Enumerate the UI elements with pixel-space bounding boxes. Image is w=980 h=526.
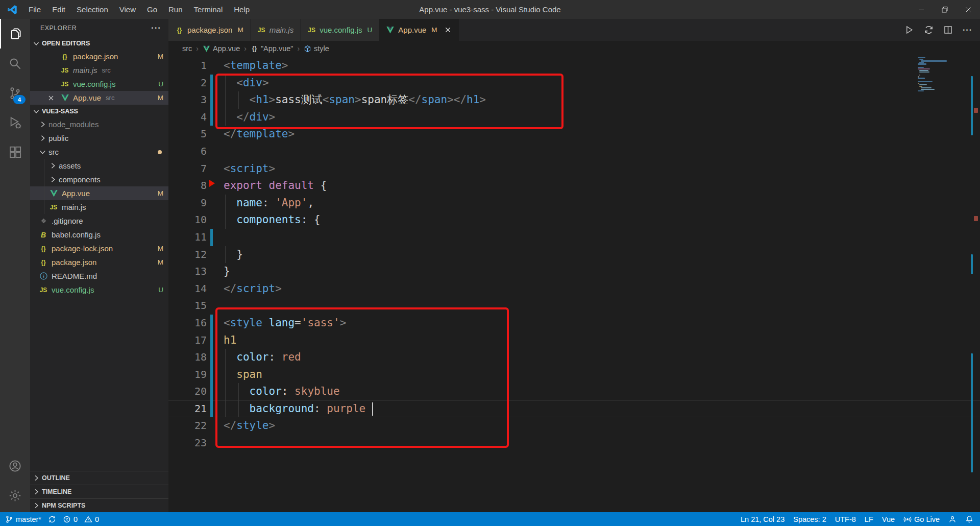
code-line-8[interactable]: 8export default { xyxy=(168,177,980,195)
file-vue-config-js[interactable]: JSvue.config.jsU xyxy=(30,283,168,297)
code-editor[interactable]: 1<template>2 <div>3 <h1>sass测试<span>span… xyxy=(168,56,980,512)
close-icon[interactable] xyxy=(47,94,55,102)
tab-label: package.json xyxy=(187,26,232,34)
activity-search[interactable] xyxy=(0,49,30,78)
status-label: Spaces: 2 xyxy=(793,515,826,523)
code-line-9[interactable]: 9 name: 'App', xyxy=(168,195,980,212)
code-line-22[interactable]: 22</style> xyxy=(168,417,980,435)
file-app-vue[interactable]: App.vueM xyxy=(30,186,168,200)
menu-file[interactable]: File xyxy=(23,0,46,19)
code-line-6[interactable]: 6 xyxy=(168,143,980,160)
vue-icon xyxy=(386,26,395,34)
status-encoding[interactable]: UTF-8 xyxy=(835,515,856,523)
minimize-button[interactable] xyxy=(910,0,933,19)
file-label: assets xyxy=(59,161,81,170)
split-editor-button[interactable] xyxy=(943,25,953,35)
breadcrumb-item-src[interactable]: src xyxy=(182,44,192,53)
status-label: Go Live xyxy=(914,515,940,523)
activity-explorer[interactable] xyxy=(0,19,30,49)
status-cursor-position[interactable]: Ln 21, Col 23 xyxy=(741,515,785,523)
code-line-1[interactable]: 1<template> xyxy=(168,57,980,75)
activity-extensions[interactable] xyxy=(0,137,30,167)
status-sync-changes[interactable] xyxy=(48,515,56,523)
menu-help[interactable]: Help xyxy=(228,0,255,19)
code-line-19[interactable]: 19 span xyxy=(168,366,980,384)
menu-view[interactable]: View xyxy=(114,0,141,19)
code-line-10[interactable]: 10 components: { xyxy=(168,211,980,229)
run-or-debug-button[interactable] xyxy=(924,25,934,35)
code-line-21[interactable]: 21 background: purple xyxy=(168,400,980,418)
code-line-20[interactable]: 20 color: skyblue xyxy=(168,383,980,400)
tab-package-json[interactable]: {}package.jsonM xyxy=(168,19,250,41)
code-line-7[interactable]: 7<script> xyxy=(168,160,980,178)
open-editor-package-json[interactable]: {}package.jsonM xyxy=(30,50,168,63)
status-indentation[interactable]: Spaces: 2 xyxy=(793,515,826,523)
code-line-4[interactable]: 4 </div> xyxy=(168,109,980,126)
file-package-json[interactable]: {}package.jsonM xyxy=(30,255,168,269)
file-readme-md[interactable]: README.md xyxy=(30,269,168,283)
status-errors[interactable]: 0 xyxy=(63,515,78,523)
folder-components[interactable]: components xyxy=(30,173,168,186)
folder-public[interactable]: public xyxy=(30,131,168,145)
code-line-13[interactable]: 13} xyxy=(168,263,980,280)
breadcrumb-item-app-vue[interactable]: {}"App.vue" xyxy=(251,44,293,53)
file-package-lock-json[interactable]: {}package-lock.jsonM xyxy=(30,242,168,255)
minimap[interactable] xyxy=(918,57,971,124)
file-gitignore[interactable]: .gitignore xyxy=(30,214,168,228)
open-editor-vue-config-js[interactable]: JSvue.config.jsU xyxy=(30,77,168,91)
status-git-branch[interactable]: master* xyxy=(5,515,41,523)
project-header[interactable]: VUE3-SASS xyxy=(30,105,168,117)
file-main-js[interactable]: JSmain.js xyxy=(30,200,168,214)
run-button[interactable] xyxy=(904,25,914,35)
breadcrumb-item-app-vue[interactable]: App.vue xyxy=(203,44,240,53)
status-eol[interactable]: LF xyxy=(865,515,873,523)
code-line-18[interactable]: 18 color: red xyxy=(168,349,980,366)
code-line-14[interactable]: 14</script> xyxy=(168,280,980,298)
section-timeline[interactable]: TIMELINE xyxy=(30,485,168,498)
activity-source-control[interactable]: 4 xyxy=(0,78,30,108)
tab-app-vue[interactable]: App.vueM xyxy=(379,19,458,41)
open-editors-header[interactable]: OPEN EDITORS xyxy=(30,37,168,50)
menu-run[interactable]: Run xyxy=(163,0,188,19)
menu-go[interactable]: Go xyxy=(141,0,163,19)
folder-node-modules[interactable]: node_modules xyxy=(30,117,168,131)
code-line-3[interactable]: 3 <h1>sass测试<span>span标签</span></h1> xyxy=(168,91,980,109)
menu-edit[interactable]: Edit xyxy=(46,0,71,19)
section-npm-scripts[interactable]: NPM SCRIPTS xyxy=(30,498,168,512)
folder-assets[interactable]: assets xyxy=(30,159,168,173)
activity-account[interactable] xyxy=(0,451,30,481)
close-button[interactable] xyxy=(957,0,980,19)
code-line-12[interactable]: 12 } xyxy=(168,246,980,264)
activity-settings[interactable] xyxy=(0,481,30,510)
section-outline[interactable]: OUTLINE xyxy=(30,471,168,485)
restore-button[interactable] xyxy=(933,0,957,19)
folder-src[interactable]: src xyxy=(30,145,168,159)
more-actions-icon[interactable]: ··· xyxy=(151,26,161,31)
code-line-11[interactable]: 11 xyxy=(168,229,980,246)
tab-vue-config-js[interactable]: JSvue.config.jsU xyxy=(301,19,379,41)
close-icon[interactable] xyxy=(444,26,452,34)
menu-selection[interactable]: Selection xyxy=(71,0,114,19)
code-line-2[interactable]: 2 <div> xyxy=(168,75,980,92)
status-notifications[interactable] xyxy=(965,515,973,523)
status-feedback[interactable] xyxy=(948,515,957,523)
vue-icon xyxy=(61,93,69,102)
file-babel-config-js[interactable]: Bbabel.config.js xyxy=(30,228,168,242)
code-token: > xyxy=(479,93,486,106)
open-editor-app-vue[interactable]: App.vuesrcM xyxy=(30,91,168,105)
code-line-5[interactable]: 5</template> xyxy=(168,126,980,143)
open-editor-main-js[interactable]: JSmain.jssrc xyxy=(30,63,168,77)
more-actions-button[interactable]: ··· xyxy=(963,25,972,35)
tab-main-js[interactable]: JSmain.js xyxy=(251,19,301,41)
status-warnings[interactable]: 0 xyxy=(84,515,99,523)
code-line-15[interactable]: 15 xyxy=(168,297,980,315)
status-language-mode[interactable]: Vue xyxy=(882,515,895,523)
menu-terminal[interactable]: Terminal xyxy=(188,0,229,19)
activity-run-debug[interactable] xyxy=(0,108,30,137)
status-go-live[interactable]: Go Live xyxy=(903,515,940,523)
breadcrumb-item-style[interactable]: style xyxy=(304,44,329,53)
overview-ruler[interactable] xyxy=(971,56,980,512)
code-line-17[interactable]: 17h1 xyxy=(168,332,980,349)
code-line-23[interactable]: 23 xyxy=(168,435,980,452)
code-line-16[interactable]: 16<style lang='sass'> xyxy=(168,315,980,332)
